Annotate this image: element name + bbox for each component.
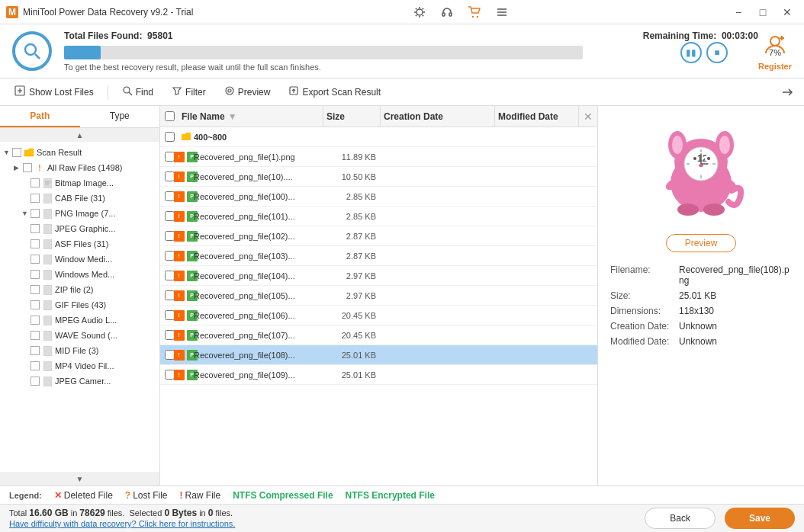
table-row-selected[interactable]: ! P Recovered_png_file(108)... 25.01 KB [160, 345, 597, 365]
show-lost-files-button[interactable]: Show Lost Files [6, 82, 101, 102]
headset-icon[interactable] [438, 3, 456, 21]
table-row[interactable]: ! P Recovered_png_file(100)... 2.85 KB [160, 187, 597, 207]
sun-icon[interactable] [410, 3, 429, 21]
svg-rect-46 [43, 346, 52, 356]
table-row[interactable]: ! P Recovered_png_file(10).... 10.50 KB [160, 167, 597, 187]
svg-rect-11 [442, 13, 445, 16]
row-checkbox[interactable] [160, 132, 178, 142]
tree-checkbox[interactable] [31, 300, 40, 309]
row-name: Recovered_png_file(103)... [194, 252, 323, 261]
deleted-icon: ✕ [54, 490, 62, 501]
raw-badge: ! [174, 152, 185, 162]
table-row[interactable]: 400~800 [160, 127, 597, 147]
tree-checkbox[interactable] [23, 163, 32, 172]
table-row[interactable]: ! P Recovered_png_file(104)... 2.97 KB [160, 266, 597, 286]
tree-item-scan-result[interactable]: ▼ Scan Result [0, 145, 159, 160]
col-creation-header[interactable]: Creation Date [381, 106, 495, 127]
table-row[interactable]: ! P Recovered_png_file(107)... 20.45 KB [160, 325, 597, 345]
tree-item-bitmap[interactable]: Bitmap Image... [0, 175, 159, 191]
close-button[interactable]: ✕ [777, 2, 798, 23]
tree-item-jpeg[interactable]: JPEG Graphic... [0, 221, 159, 236]
preview-toolbar-button[interactable]: Preview [217, 82, 278, 101]
save-button[interactable]: Save [725, 508, 795, 529]
cart-icon[interactable] [465, 3, 484, 21]
preview-creature-svg: 12 [656, 122, 746, 221]
col-modified-header[interactable]: Modified Date [495, 106, 579, 127]
preview-creation-value: Unknown [679, 321, 792, 332]
file-list-close-button[interactable]: ✕ [579, 111, 597, 123]
tree-item-jpeg-cam[interactable]: JPEG Camer... [0, 373, 159, 389]
table-row[interactable]: ! P Recovered_png_file(105)... 2.97 KB [160, 286, 597, 306]
tree-checkbox[interactable] [12, 148, 21, 157]
tree-checkbox[interactable] [31, 377, 40, 386]
raw-icon: ! [180, 490, 183, 501]
help-link[interactable]: Have difficulty with data recovery? Clic… [9, 519, 235, 528]
share-button[interactable] [777, 82, 798, 103]
tree-checkbox[interactable] [31, 331, 40, 340]
tree-item-wave[interactable]: WAVE Sound (... [0, 328, 159, 343]
preview-label: Preview [238, 87, 271, 98]
tab-type[interactable]: Type [80, 106, 160, 127]
raw-badge: ! [174, 350, 185, 361]
select-all-checkbox[interactable] [165, 111, 175, 121]
tree-item-all-raw[interactable]: ▶ ! All Raw Files (1498) [0, 160, 159, 175]
tree-checkbox[interactable] [31, 239, 40, 248]
tree-checkbox[interactable] [31, 316, 40, 325]
preview-panel: 12 Preview Filename: [598, 106, 804, 486]
tree-item-zip[interactable]: ZIP file (2) [0, 282, 159, 297]
tree-scroll-down[interactable]: ▼ [0, 472, 159, 486]
svg-point-26 [124, 87, 130, 93]
tree-item-window-media[interactable]: Window Medi... [0, 252, 159, 267]
titlebar-left: M MiniTool Power Data Recovery v9.2 - Tr… [6, 6, 193, 18]
export-scan-result-button[interactable]: Export Scan Result [281, 82, 388, 101]
back-button[interactable]: Back [645, 508, 716, 529]
raw-badge: ! [174, 231, 185, 242]
tree-scroll-up[interactable]: ▲ [0, 128, 159, 142]
table-row[interactable]: ! P Recovered_png_file(102)... 2.87 KB [160, 226, 597, 246]
tab-path[interactable]: Path [0, 106, 80, 127]
tree-checkbox[interactable] [31, 209, 40, 218]
menu-icon[interactable] [493, 3, 511, 21]
stop-button[interactable]: ■ [706, 42, 728, 63]
table-row[interactable]: ! P Recovered_png_file(101)... 2.85 KB [160, 207, 597, 226]
pause-button[interactable]: ▮▮ [680, 42, 702, 63]
tree-label-png: PNG Image (7... [55, 209, 115, 218]
file-icon [42, 345, 53, 356]
tree-checkbox[interactable] [31, 255, 40, 264]
tree-item-mpeg[interactable]: MPEG Audio L... [0, 312, 159, 328]
table-row[interactable]: ! P Recovered_png_file(109)... 25.01 KB [160, 365, 597, 385]
tree-item-cab[interactable]: CAB File (31) [0, 191, 159, 206]
tree-checkbox[interactable] [31, 224, 40, 233]
header-checkbox[interactable] [160, 111, 178, 121]
tree-checkbox[interactable] [31, 178, 40, 187]
scan-info-area: Total Files Found: 95801 Remaining Time:… [64, 30, 758, 72]
table-row[interactable]: ! P Recovered_png_file(1).png 11.89 KB [160, 147, 597, 167]
total-files-value: 95801 [147, 30, 172, 41]
svg-point-20 [770, 37, 780, 46]
tree-checkbox[interactable] [31, 285, 40, 294]
tree-item-mp4[interactable]: MP4 Video Fil... [0, 358, 159, 373]
tree-item-png[interactable]: ▼ PNG Image (7... [0, 206, 159, 221]
col-size-header[interactable]: Size [323, 106, 381, 127]
row-size: 2.97 KB [323, 271, 381, 280]
tree-item-mid[interactable]: MID File (3) [0, 343, 159, 358]
col-filename-header[interactable]: File Name ▼ [178, 106, 323, 127]
find-button[interactable]: Find [114, 82, 161, 101]
row-size: 2.87 KB [323, 232, 381, 241]
tree-item-windows-med[interactable]: Windows Med... [0, 267, 159, 282]
maximize-button[interactable]: □ [752, 2, 773, 23]
table-row[interactable]: ! P Recovered_png_file(106)... 20.45 KB [160, 306, 597, 325]
filter-button[interactable]: Filter [164, 82, 214, 101]
tree-checkbox[interactable] [31, 361, 40, 370]
tree-checkbox[interactable] [31, 194, 40, 203]
table-row[interactable]: ! P Recovered_png_file(103)... 2.87 KB [160, 246, 597, 266]
tree-item-asf[interactable]: ASF Files (31) [0, 236, 159, 252]
tree-checkbox[interactable] [31, 270, 40, 279]
action-bar: Total 16.60 GB in 78629 files. Selected … [0, 504, 804, 532]
tree-checkbox[interactable] [31, 346, 40, 355]
preview-button[interactable]: Preview [666, 234, 737, 252]
tree-item-gif[interactable]: GIF Files (43) [0, 297, 159, 312]
raw-badge: ! [174, 370, 185, 380]
minimize-button[interactable]: − [728, 2, 749, 23]
row-size: 2.87 KB [323, 252, 381, 261]
